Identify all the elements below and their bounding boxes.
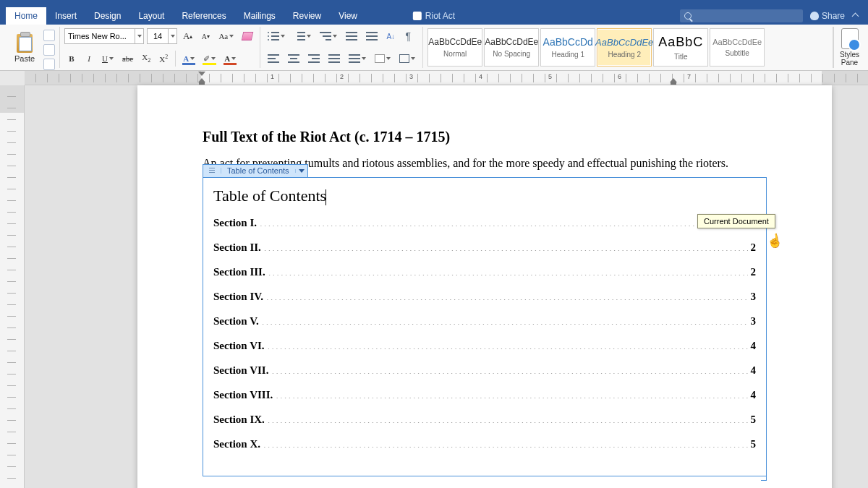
italic-button[interactable]: I: [82, 51, 96, 67]
tab-design[interactable]: Design: [85, 7, 129, 25]
paste-button[interactable]: Paste: [14, 33, 35, 63]
toc-entry-page: 3: [751, 315, 757, 328]
toc-entry[interactable]: Section III.2: [213, 266, 756, 278]
font-color-button[interactable]: A: [221, 51, 239, 67]
decrease-indent-button[interactable]: [343, 28, 360, 44]
tab-insert[interactable]: Insert: [46, 7, 85, 25]
decrease-font-button[interactable]: A▾: [198, 28, 213, 44]
toc-field[interactable]: Table of Contents Table of Contents Sect…: [203, 177, 767, 476]
tab-layout[interactable]: Layout: [129, 7, 173, 25]
style-sample: AaBbCcDdEe: [595, 37, 653, 48]
toc-tab-label: Table of Contents: [221, 166, 295, 175]
style-subtitle[interactable]: AaBbCcDdEe Subtitle: [710, 28, 765, 67]
multilevel-list-button[interactable]: [317, 28, 340, 44]
subscript-button[interactable]: X2: [139, 51, 153, 67]
right-indent-marker[interactable]: [670, 77, 677, 85]
toc-entry[interactable]: Section IX.5: [213, 414, 756, 426]
ribbon-tabs: Home Insert Design Layout References Mai…: [0, 7, 868, 25]
toc-field-tab[interactable]: Table of Contents: [203, 164, 308, 177]
font-size-dropdown-icon[interactable]: [168, 29, 176, 43]
bullets-button[interactable]: [265, 28, 288, 44]
font-name-combo[interactable]: Times New Ro...: [64, 28, 144, 44]
line-spacing-button[interactable]: [346, 51, 369, 67]
paste-label: Paste: [14, 54, 35, 63]
ruler-ticks: [25, 74, 868, 82]
share-label: Share: [822, 11, 845, 21]
toc-entry[interactable]: Section I.1: [213, 217, 756, 229]
style-name: Heading 1: [551, 51, 584, 59]
tab-home[interactable]: Home: [6, 7, 46, 25]
increase-indent-button[interactable]: [363, 28, 380, 44]
toc-entry[interactable]: Section X.5: [213, 438, 756, 450]
toc-heading[interactable]: Table of Contents: [213, 187, 756, 205]
vertical-ruler[interactable]: [0, 85, 25, 488]
tab-view[interactable]: View: [330, 7, 366, 25]
cut-button[interactable]: [43, 30, 55, 41]
shading-button[interactable]: [372, 51, 393, 67]
toc-entry[interactable]: Section IV.3: [213, 291, 756, 303]
search-input[interactable]: [680, 9, 803, 22]
style-heading1[interactable]: AaBbCcDd Heading 1: [540, 28, 595, 67]
styles-pane-button[interactable]: Styles Pane: [833, 27, 865, 68]
tab-references[interactable]: References: [173, 7, 234, 25]
toc-entry[interactable]: Section VIII.4: [213, 389, 756, 401]
increase-font-button[interactable]: A▴: [180, 28, 195, 44]
collapse-ribbon-icon[interactable]: [852, 12, 859, 20]
toc-entry-label: Section III.: [213, 266, 265, 278]
style-nospacing[interactable]: AaBbCcDdEe No Spacing: [484, 28, 539, 67]
document-canvas[interactable]: Full Text of the Riot Act (c. 1714 – 171…: [0, 85, 868, 488]
underline-button[interactable]: U: [99, 51, 116, 67]
sort-button[interactable]: A↓: [383, 28, 398, 44]
numbering-button[interactable]: [291, 28, 314, 44]
style-sample: AaBbCcDdEe: [712, 38, 762, 46]
toc-heading-text: Table of Contents: [213, 187, 326, 205]
ruler-v-ticks: [7, 85, 16, 488]
toc-entry[interactable]: Section II.2: [213, 241, 756, 254]
format-painter-button[interactable]: [43, 59, 55, 70]
toc-leader-dots: [268, 419, 748, 423]
toc-leader-dots: [263, 443, 748, 448]
justify-button[interactable]: [326, 51, 343, 67]
text-effects-button[interactable]: A: [180, 51, 197, 67]
superscript-button[interactable]: X2: [156, 51, 171, 67]
toc-dropdown-icon[interactable]: [295, 169, 307, 173]
ribbon-tab-list: Home Insert Design Layout References Mai…: [6, 7, 366, 25]
toc-entry-label: Section IV.: [213, 291, 263, 303]
change-case-button[interactable]: Aa: [216, 28, 237, 44]
document-page[interactable]: Full Text of the Riot Act (c. 1714 – 171…: [137, 85, 832, 488]
show-marks-button[interactable]: ¶: [401, 28, 415, 44]
style-title[interactable]: AaBbC Title: [653, 28, 708, 67]
style-sample: AaBbCcDdEe: [485, 37, 538, 47]
toc-entry-label: Section II.: [213, 241, 261, 254]
horizontal-ruler[interactable]: 1 2 3 4 5 6 7: [25, 71, 868, 85]
toc-entry-page: 2: [751, 266, 757, 278]
align-right-button[interactable]: [305, 51, 323, 67]
tab-review[interactable]: Review: [284, 7, 330, 25]
toc-entry[interactable]: Section V.3: [213, 315, 756, 328]
strikethrough-button[interactable]: abe: [119, 51, 136, 67]
tab-mailings[interactable]: Mailings: [235, 7, 284, 25]
clear-formatting-button[interactable]: [239, 28, 255, 44]
hanging-indent-marker[interactable]: [198, 77, 205, 85]
align-center-button[interactable]: [285, 51, 302, 67]
font-name-dropdown-icon[interactable]: [135, 29, 143, 43]
highlight-button[interactable]: ✐: [200, 51, 218, 67]
tooltip: Current Document: [697, 214, 775, 228]
align-left-button[interactable]: [265, 51, 282, 67]
style-sample: AaBbC: [658, 35, 703, 50]
style-normal[interactable]: AaBbCcDdEe Normal: [427, 28, 482, 67]
font-size-combo[interactable]: 14: [147, 28, 177, 44]
toc-entry[interactable]: Section VI.4: [213, 340, 756, 352]
macos-titlebar: [0, 0, 868, 7]
share-button[interactable]: Share: [810, 11, 845, 21]
document-heading[interactable]: Full Text of the Riot Act (c. 1714 – 171…: [203, 129, 767, 145]
toc-entry[interactable]: Section VII.4: [213, 364, 756, 377]
copy-button[interactable]: [43, 44, 55, 56]
toc-resize-handle[interactable]: [761, 475, 767, 481]
font-name-value: Times New Ro...: [65, 32, 135, 40]
style-heading2[interactable]: AaBbCcDdEe Heading 2: [597, 28, 652, 67]
bold-button[interactable]: B: [64, 51, 79, 67]
borders-button[interactable]: [396, 51, 418, 67]
styles-pane-icon: [841, 28, 859, 49]
toc-grip-icon[interactable]: [203, 168, 221, 174]
